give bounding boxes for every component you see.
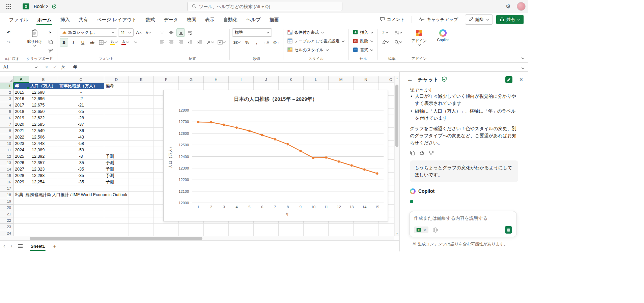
cell-E2[interactable]	[129, 89, 154, 96]
row-header-6[interactable]: 6	[0, 115, 13, 121]
ribbon-tab-自動化[interactable]: 自動化	[219, 13, 242, 26]
column-header-I[interactable]: I	[229, 76, 254, 83]
cell-D8[interactable]	[104, 128, 129, 134]
cell-A19[interactable]	[13, 198, 29, 205]
copy-button[interactable]	[46, 37, 55, 46]
decrease-decimal-button[interactable]: .00→	[271, 38, 281, 47]
cell-J24[interactable]	[254, 230, 279, 236]
merge-cells-button[interactable]	[216, 38, 227, 47]
row-header-17[interactable]: 17	[0, 185, 13, 192]
cell-M1[interactable]	[329, 83, 354, 89]
align-top-button[interactable]	[158, 28, 166, 37]
ribbon-tab-ページ レイアウト[interactable]: ページ レイアウト	[92, 13, 141, 26]
close-panel-icon[interactable]: ×	[519, 76, 523, 83]
increase-indent-button[interactable]	[195, 38, 204, 47]
cell-A8[interactable]: 2021	[13, 128, 29, 134]
cell-G24[interactable]	[179, 230, 204, 236]
cell-A15[interactable]: 2028	[13, 173, 29, 179]
cell-D4[interactable]	[104, 102, 129, 109]
saved-sync-icon[interactable]	[51, 4, 57, 9]
column-header-D[interactable]: D	[104, 76, 129, 83]
row-header-7[interactable]: 7	[0, 121, 13, 128]
cell-D10[interactable]	[104, 141, 129, 147]
column-header-K[interactable]: K	[279, 76, 304, 83]
sheet-list-icon[interactable]	[18, 244, 23, 248]
document-title[interactable]: Book 2	[34, 4, 49, 9]
cell-E20[interactable]	[129, 205, 154, 211]
column-header-B[interactable]: B	[29, 76, 58, 83]
row-header-9[interactable]: 9	[0, 134, 13, 141]
column-header-A[interactable]: A	[13, 76, 29, 83]
cell-E6[interactable]	[129, 115, 154, 121]
format-as-table-button[interactable]: テーブルとして書式設定	[286, 37, 346, 46]
column-header-O[interactable]: O	[379, 76, 394, 83]
row-header-20[interactable]: 20	[0, 205, 13, 211]
sort-filter-button[interactable]	[393, 28, 403, 37]
cell-C14[interactable]: -35	[58, 166, 104, 173]
row-header-4[interactable]: 4	[0, 102, 13, 109]
cell-E22[interactable]	[129, 217, 154, 224]
cell-H24[interactable]	[204, 230, 229, 236]
cell-C6[interactable]: -28	[58, 115, 104, 121]
cell-A17[interactable]	[13, 185, 29, 192]
cell-H1[interactable]	[204, 83, 229, 89]
cell-O23[interactable]	[379, 224, 394, 230]
cell-E14[interactable]	[129, 166, 154, 173]
row-header-13[interactable]: 13	[0, 160, 13, 166]
cell-A4[interactable]: 2017	[13, 102, 29, 109]
cell-C22[interactable]	[58, 217, 104, 224]
column-header-N[interactable]: N	[354, 76, 379, 83]
undo-button[interactable]: ↶	[4, 28, 13, 37]
sheet-tab-sheet1[interactable]: Sheet1	[28, 241, 48, 252]
cell-M23[interactable]	[329, 224, 354, 230]
ribbon-tab-数式[interactable]: 数式	[141, 13, 159, 26]
ribbon-tab-校閲[interactable]: 校閲	[183, 13, 201, 26]
cell-A21[interactable]	[13, 211, 29, 217]
editing-mode-button[interactable]: 編集	[465, 14, 493, 25]
cell-F24[interactable]	[154, 230, 179, 236]
row-header-3[interactable]: 3	[0, 96, 13, 102]
row-header-16[interactable]: 16	[0, 179, 13, 185]
cell-C21[interactable]	[58, 211, 104, 217]
cell-D21[interactable]	[104, 211, 129, 217]
share-button[interactable]: 共有	[496, 15, 524, 24]
strikethrough-button[interactable]: ab	[88, 38, 96, 47]
column-header-L[interactable]: L	[304, 76, 329, 83]
redo-button[interactable]: ↷	[4, 38, 13, 47]
cell-D6[interactable]	[104, 115, 129, 121]
conditional-formatting-button[interactable]: 条件付き書式	[286, 28, 326, 37]
copy-message-icon[interactable]	[410, 150, 415, 155]
add-sheet-button[interactable]: +	[53, 243, 56, 249]
autosum-button[interactable]: Σ	[380, 28, 390, 37]
column-header-C[interactable]: C	[58, 76, 104, 83]
formula-input[interactable]: 年	[69, 63, 517, 71]
row-header-11[interactable]: 11	[0, 147, 13, 153]
cell-B9[interactable]: 12,506	[29, 134, 58, 141]
font-size-select[interactable]: 11	[118, 28, 134, 37]
underline-button[interactable]: U	[79, 38, 87, 47]
web-toggle-icon[interactable]	[432, 227, 438, 233]
cell-E4[interactable]	[129, 102, 154, 109]
cell-G23[interactable]	[179, 224, 204, 230]
cell-E9[interactable]	[129, 134, 154, 141]
addins-button[interactable]: アドイン	[409, 28, 429, 47]
row-header-8[interactable]: 8	[0, 128, 13, 134]
column-header-J[interactable]: J	[254, 76, 279, 83]
cell-D17[interactable]	[104, 185, 129, 192]
cell-K23[interactable]	[279, 224, 304, 230]
cell-G1[interactable]	[179, 83, 204, 89]
cell-L1[interactable]	[304, 83, 329, 89]
app-launcher-waffle-icon[interactable]	[3, 2, 14, 11]
row-header-24[interactable]: 24	[0, 230, 13, 236]
font-color-button[interactable]: A	[120, 38, 130, 47]
name-box[interactable]: A1	[0, 63, 41, 71]
cell-F1[interactable]	[154, 83, 179, 89]
column-header-H[interactable]: H	[204, 76, 229, 83]
catchup-button[interactable]: キャッチアップ	[415, 15, 461, 24]
cell-E3[interactable]	[129, 96, 154, 102]
column-header-M[interactable]: M	[329, 76, 354, 83]
cell-A23[interactable]	[13, 224, 29, 230]
stop-generating-button[interactable]	[505, 226, 512, 234]
cell-E15[interactable]	[129, 173, 154, 179]
font-name-select[interactable]: 游ゴシック (...	[60, 28, 117, 37]
